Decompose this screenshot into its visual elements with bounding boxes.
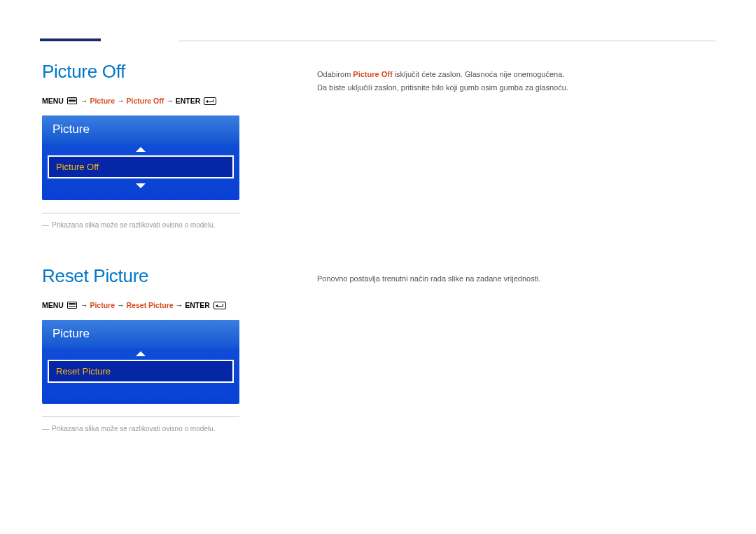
arrow-icon: →: [117, 301, 125, 309]
enter-icon: [214, 302, 226, 309]
osd-panel-reset-picture: Picture Reset Picture: [42, 320, 239, 404]
osd-selected-item[interactable]: Reset Picture: [48, 360, 234, 383]
breadcrumb-menu-label: MENU: [42, 301, 64, 309]
footnote-reset-picture: ―Prikazana slika može se razlikovati ovi…: [42, 424, 239, 434]
footnote-picture-off: ―Prikazana slika može se razlikovati ovi…: [42, 220, 239, 230]
description-reset-picture: Ponovno postavlja trenutni način rada sl…: [317, 272, 716, 286]
footnote-text: Prikazana slika može se razlikovati ovis…: [52, 221, 215, 229]
description-picture-off-line2: Da biste uključili zaslon, pritisnite bi…: [317, 81, 716, 94]
chevron-up-icon: [136, 351, 146, 356]
chevron-up-icon: [136, 147, 146, 152]
osd-selected-item[interactable]: Picture Off: [48, 155, 234, 178]
page-header-rule: [40, 38, 716, 41]
description-pre: Odabirom: [317, 70, 353, 78]
chevron-down-icon: [136, 183, 146, 188]
breadcrumb-step-reset-picture: Reset Picture: [127, 301, 174, 309]
arrow-icon: →: [176, 301, 183, 309]
description-post: isključit ćete zaslon. Glasnoća nije one…: [393, 70, 565, 78]
header-divider-line: [179, 41, 716, 41]
osd-panel-title: Picture: [42, 115, 239, 143]
header-accent-bar: [40, 38, 101, 41]
footnote-dash: ―: [42, 425, 49, 433]
breadcrumb-step-picture: Picture: [90, 301, 115, 309]
osd-panel-title: Picture: [42, 320, 239, 348]
description-picture-off: Odabirom Picture Off isključit ćete zasl…: [317, 68, 716, 81]
breadcrumb-picture-off: MENU → Picture → Picture Off → ENTER: [42, 97, 279, 105]
osd-nav-up[interactable]: [42, 143, 239, 154]
section-heading-picture-off: Picture Off: [42, 61, 279, 83]
footnote-divider: [42, 213, 239, 213]
section-heading-reset-picture: Reset Picture: [42, 265, 279, 287]
osd-nav-up[interactable]: [42, 348, 239, 358]
breadcrumb-step-picture: Picture: [90, 97, 115, 105]
breadcrumb-menu-label: MENU: [42, 97, 64, 105]
breadcrumb-reset-picture: MENU → Picture → Reset Picture → ENTER: [42, 301, 279, 309]
arrow-icon: →: [80, 301, 88, 309]
breadcrumb-step-picture-off: Picture Off: [127, 97, 164, 105]
description-bold-term: Picture Off: [353, 70, 392, 78]
arrow-icon: →: [117, 97, 125, 105]
osd-panel-picture-off: Picture Picture Off: [42, 115, 239, 200]
menu-icon: [67, 302, 77, 309]
menu-icon: [67, 97, 77, 104]
arrow-icon: →: [166, 97, 174, 105]
footnote-text: Prikazana slika može se razlikovati ovis…: [52, 425, 215, 433]
breadcrumb-enter-label: ENTER: [185, 301, 210, 309]
arrow-icon: →: [80, 97, 88, 105]
footnote-divider: [42, 416, 239, 417]
footnote-dash: ―: [42, 221, 49, 229]
osd-nav-down[interactable]: [42, 180, 239, 190]
enter-icon: [204, 97, 216, 105]
breadcrumb-enter-label: ENTER: [176, 97, 201, 105]
